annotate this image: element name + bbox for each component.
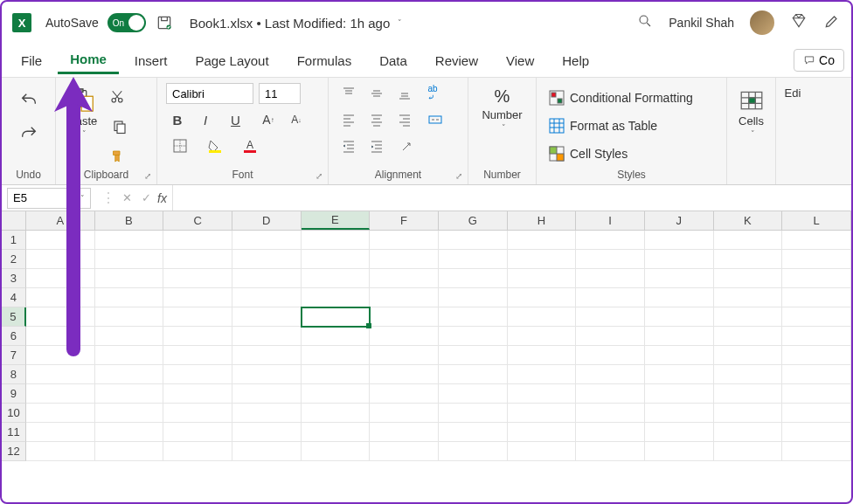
conditional-formatting-button[interactable]: Conditional Formatting bbox=[545, 88, 704, 107]
col-header-D[interactable]: D bbox=[232, 211, 302, 230]
cell-K9[interactable] bbox=[714, 384, 783, 404]
col-header-K[interactable]: K bbox=[714, 211, 783, 230]
cell-D6[interactable] bbox=[232, 327, 302, 346]
cell-B7[interactable] bbox=[95, 346, 164, 365]
cell-K2[interactable] bbox=[714, 250, 783, 269]
cell-C9[interactable] bbox=[163, 384, 232, 404]
cell-D9[interactable] bbox=[232, 384, 302, 404]
cell-F3[interactable] bbox=[370, 269, 439, 288]
select-all-corner[interactable] bbox=[2, 211, 26, 230]
tab-formulas[interactable]: Formulas bbox=[285, 48, 364, 73]
cell-C4[interactable] bbox=[163, 288, 232, 307]
cell-F7[interactable] bbox=[370, 346, 439, 365]
paste-button[interactable]: Paste ˅ bbox=[65, 83, 101, 142]
cell-I1[interactable] bbox=[576, 231, 645, 250]
cell-L7[interactable] bbox=[782, 346, 851, 365]
alignment-launcher[interactable]: ⤢ bbox=[455, 171, 462, 181]
cell-C10[interactable] bbox=[163, 404, 232, 423]
cell-D12[interactable] bbox=[232, 442, 302, 461]
cell-A10[interactable] bbox=[26, 404, 95, 423]
row-header-12[interactable]: 12 bbox=[2, 442, 26, 461]
col-header-J[interactable]: J bbox=[645, 211, 714, 230]
tab-review[interactable]: Review bbox=[423, 48, 490, 73]
cell-A4[interactable] bbox=[26, 288, 95, 307]
cell-K11[interactable] bbox=[714, 423, 783, 442]
format-painter-button[interactable] bbox=[106, 146, 128, 167]
increase-font-button[interactable]: A↑ bbox=[257, 109, 280, 130]
cell-D7[interactable] bbox=[232, 346, 302, 365]
cells-button[interactable]: Cells ˅ bbox=[735, 83, 768, 142]
cell-G5[interactable] bbox=[439, 307, 508, 327]
cell-F1[interactable] bbox=[370, 231, 439, 250]
italic-button[interactable]: I bbox=[194, 109, 217, 130]
cell-L1[interactable] bbox=[782, 231, 851, 250]
row-header-1[interactable]: 1 bbox=[2, 231, 26, 250]
cell-E4[interactable] bbox=[302, 288, 371, 307]
align-bottom-button[interactable] bbox=[393, 83, 416, 104]
cell-G11[interactable] bbox=[439, 423, 508, 442]
col-header-C[interactable]: C bbox=[163, 211, 232, 230]
row-header-10[interactable]: 10 bbox=[2, 404, 26, 423]
cell-H3[interactable] bbox=[508, 269, 577, 288]
cell-K5[interactable] bbox=[714, 307, 783, 327]
cell-H2[interactable] bbox=[508, 250, 577, 269]
cell-J12[interactable] bbox=[645, 442, 714, 461]
clipboard-launcher[interactable]: ⤢ bbox=[144, 171, 151, 181]
col-header-F[interactable]: F bbox=[370, 211, 439, 230]
cell-C2[interactable] bbox=[163, 250, 232, 269]
cell-K6[interactable] bbox=[714, 327, 783, 346]
comments-button[interactable]: Co bbox=[794, 49, 844, 72]
cell-B8[interactable] bbox=[95, 365, 164, 384]
cell-I5[interactable] bbox=[576, 307, 645, 327]
cell-G3[interactable] bbox=[439, 269, 508, 288]
cell-L12[interactable] bbox=[782, 442, 851, 461]
col-header-E[interactable]: E bbox=[302, 211, 371, 230]
cell-A8[interactable] bbox=[26, 365, 95, 384]
cell-A2[interactable] bbox=[26, 250, 95, 269]
cell-L10[interactable] bbox=[782, 404, 851, 423]
cell-L4[interactable] bbox=[782, 288, 851, 307]
cell-E6[interactable] bbox=[302, 327, 371, 346]
cell-H6[interactable] bbox=[508, 327, 577, 346]
cell-D11[interactable] bbox=[232, 423, 302, 442]
cell-F4[interactable] bbox=[370, 288, 439, 307]
cell-F5[interactable] bbox=[370, 307, 439, 327]
cell-H12[interactable] bbox=[508, 442, 577, 461]
cell-K10[interactable] bbox=[714, 404, 783, 423]
cell-styles-button[interactable]: Cell Styles bbox=[545, 144, 639, 163]
cell-G7[interactable] bbox=[439, 346, 508, 365]
cell-F9[interactable] bbox=[370, 384, 439, 404]
cell-I10[interactable] bbox=[576, 404, 645, 423]
cell-B3[interactable] bbox=[95, 269, 164, 288]
row-header-5[interactable]: 5 bbox=[2, 307, 26, 327]
cell-C7[interactable] bbox=[163, 346, 232, 365]
cell-B10[interactable] bbox=[95, 404, 164, 423]
cell-F6[interactable] bbox=[370, 327, 439, 346]
cell-C11[interactable] bbox=[163, 423, 232, 442]
cell-L2[interactable] bbox=[782, 250, 851, 269]
decrease-indent-button[interactable] bbox=[337, 135, 360, 156]
cell-J2[interactable] bbox=[645, 250, 714, 269]
cell-J8[interactable] bbox=[645, 365, 714, 384]
bold-button[interactable]: B bbox=[166, 109, 189, 130]
cell-F10[interactable] bbox=[370, 404, 439, 423]
col-header-A[interactable]: A bbox=[26, 211, 95, 230]
cell-E11[interactable] bbox=[302, 423, 371, 442]
cell-I8[interactable] bbox=[576, 365, 645, 384]
cell-C5[interactable] bbox=[163, 307, 232, 327]
cell-L6[interactable] bbox=[782, 327, 851, 346]
autosave-toggle[interactable]: On bbox=[107, 13, 146, 32]
cell-I6[interactable] bbox=[576, 327, 645, 346]
row-header-6[interactable]: 6 bbox=[2, 327, 26, 346]
cell-H11[interactable] bbox=[508, 423, 577, 442]
cell-G4[interactable] bbox=[439, 288, 508, 307]
cell-I12[interactable] bbox=[576, 442, 645, 461]
cell-A9[interactable] bbox=[26, 384, 95, 404]
cell-I7[interactable] bbox=[576, 346, 645, 365]
cell-F2[interactable] bbox=[370, 250, 439, 269]
cell-J1[interactable] bbox=[645, 231, 714, 250]
cell-L9[interactable] bbox=[782, 384, 851, 404]
undo-button[interactable] bbox=[17, 90, 40, 111]
editing-button[interactable]: Edi bbox=[781, 83, 805, 103]
cell-L11[interactable] bbox=[782, 423, 851, 442]
